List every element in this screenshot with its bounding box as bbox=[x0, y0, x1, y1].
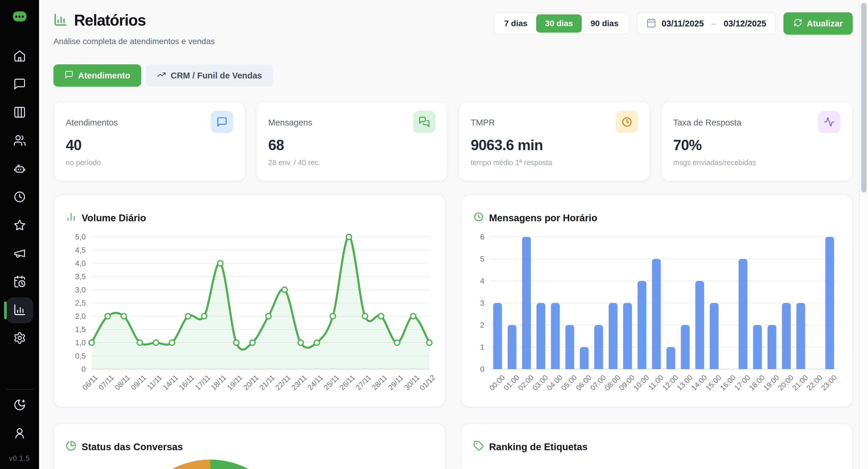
chart-title-mensagens-horario: Mensagens por Horário bbox=[489, 212, 597, 224]
x-axis-tick-label: 19:00 bbox=[762, 373, 781, 392]
status-conversas-card: Status das Conversas bbox=[54, 423, 445, 469]
tab-atendimento[interactable]: Atendimento bbox=[54, 64, 141, 87]
sidebar-item-profile[interactable] bbox=[6, 421, 33, 447]
message-square-icon bbox=[211, 111, 233, 133]
page-header: Relatórios Análise completa de atendimen… bbox=[54, 11, 853, 46]
x-axis-tick-label: 08/11 bbox=[113, 373, 131, 392]
bar-10:00 bbox=[638, 281, 646, 369]
sidebar-item-theme-toggle[interactable] bbox=[6, 392, 33, 418]
pie-chart-icon bbox=[66, 440, 76, 453]
bar-09:00 bbox=[623, 303, 632, 369]
volume-diario-plot: 5,04,54,03,53,02,52,01,51,00,5006/1107/1… bbox=[66, 237, 433, 407]
sidebar-item-favorites[interactable] bbox=[6, 213, 33, 239]
bar-13:00 bbox=[681, 325, 689, 369]
x-axis-tick-label: 08:00 bbox=[603, 373, 622, 392]
x-axis-tick-label: 18/11 bbox=[209, 373, 228, 392]
bar-05:00 bbox=[565, 325, 574, 369]
scrollbar-thumb[interactable] bbox=[861, 3, 867, 193]
x-axis-tick-label: 09:00 bbox=[617, 373, 636, 392]
period-button-30-dias[interactable]: 30 dias bbox=[536, 14, 582, 33]
x-axis-tick-label: 22/11 bbox=[274, 373, 292, 392]
users-icon bbox=[13, 134, 26, 148]
x-axis-tick-label: 14:00 bbox=[689, 373, 709, 392]
bar-00:00 bbox=[493, 303, 502, 369]
x-axis-tick-label: 04:00 bbox=[545, 373, 564, 392]
clock-icon bbox=[473, 212, 484, 225]
charts-row: Volume Diário 5,04,54,03,53,02,52,01,51,… bbox=[54, 195, 853, 407]
sidebar-item-chats[interactable] bbox=[6, 72, 33, 97]
stat-subtitle: 28 env. / 40 rec. bbox=[269, 158, 436, 167]
user-round-icon bbox=[13, 427, 26, 441]
clock-icon bbox=[13, 190, 26, 205]
tag-icon bbox=[473, 440, 484, 453]
refresh-button[interactable]: Atualizar bbox=[783, 12, 853, 35]
stat-card-tmpr: TMPR9063.6 mintempo médio 1ª resposta bbox=[458, 101, 650, 181]
bar-21:00 bbox=[796, 303, 805, 369]
x-axis-tick-label: 14/11 bbox=[161, 373, 180, 392]
x-axis-tick-label: 00:00 bbox=[488, 373, 506, 392]
volume-diario-card: Volume Diário 5,04,54,03,53,02,52,01,51,… bbox=[54, 195, 445, 407]
sidebar-item-kanban[interactable] bbox=[6, 100, 33, 126]
y-axis-tick-label: 1,5 bbox=[66, 325, 86, 334]
stat-cards-row: Atendimentos40no períodoMensagens6828 en… bbox=[54, 101, 853, 181]
refresh-icon bbox=[794, 18, 802, 29]
bar-06:00 bbox=[580, 347, 588, 369]
y-axis-tick-label: 5,0 bbox=[66, 232, 86, 241]
date-range-end[interactable]: 03/12/2025 bbox=[723, 19, 766, 29]
mini-bar-chart-icon bbox=[66, 212, 76, 225]
x-axis-tick-label: 06/11 bbox=[81, 373, 99, 392]
sidebar-item-schedule[interactable] bbox=[6, 269, 33, 295]
bar-14:00 bbox=[695, 281, 704, 369]
stat-value: 70% bbox=[673, 137, 841, 154]
bar-02:00 bbox=[522, 237, 531, 369]
period-button-90-dias[interactable]: 90 dias bbox=[582, 14, 627, 33]
bar-04:00 bbox=[551, 303, 560, 369]
bar-03:00 bbox=[536, 303, 545, 369]
sidebar-item-settings[interactable] bbox=[6, 326, 33, 351]
period-button-7-dias[interactable]: 7 dias bbox=[495, 14, 536, 33]
sidebar-item-campaigns[interactable] bbox=[6, 241, 33, 267]
mensagens-horario-card: Mensagens por Horário 654321000:0001:000… bbox=[461, 195, 853, 407]
report-tabs: AtendimentoCRM / Funil de Vendas bbox=[54, 64, 853, 87]
sidebar-item-home[interactable] bbox=[6, 43, 33, 69]
y-axis-tick-label: 0 bbox=[473, 365, 485, 374]
logo-dot bbox=[19, 16, 21, 18]
trending-up-icon bbox=[157, 70, 166, 81]
y-axis-tick-label: 1 bbox=[473, 343, 485, 352]
x-axis-tick-label: 18:00 bbox=[747, 373, 766, 392]
sidebar-item-history[interactable] bbox=[6, 184, 33, 210]
x-axis-tick-label: 21/11 bbox=[257, 373, 276, 392]
date-range-picker[interactable]: 03/11/2025 – 03/12/2025 bbox=[637, 12, 775, 35]
sidebar-item-bot[interactable] bbox=[6, 156, 33, 182]
page-title: Relatórios bbox=[74, 11, 146, 29]
refresh-button-label: Atualizar bbox=[807, 19, 843, 29]
tab-crm-funil-de-vendas[interactable]: CRM / Funil de Vendas bbox=[146, 64, 273, 87]
stat-label: Mensagens bbox=[269, 118, 312, 127]
megaphone-icon bbox=[13, 247, 26, 261]
y-axis-tick-label: 0 bbox=[66, 365, 86, 374]
sidebar-divider bbox=[6, 389, 33, 390]
bar-01:00 bbox=[507, 325, 516, 369]
stat-card-mensagens: Mensagens6828 env. / 40 rec. bbox=[256, 101, 448, 181]
sidebar-item-reports[interactable] bbox=[6, 297, 33, 323]
page-scrollbar[interactable] bbox=[859, 0, 868, 469]
sidebar-item-contacts[interactable] bbox=[6, 128, 33, 154]
stat-card-atendimentos: Atendimentos40no período bbox=[54, 101, 246, 181]
x-axis-tick-label: 16:00 bbox=[718, 373, 738, 392]
message-square-icon bbox=[13, 78, 26, 92]
x-axis-tick-label: 09/11 bbox=[129, 373, 147, 392]
x-axis-tick-label: 15:00 bbox=[704, 373, 723, 392]
date-range-start[interactable]: 03/11/2025 bbox=[661, 19, 704, 29]
y-axis-tick-label: 4 bbox=[473, 276, 485, 286]
x-axis-tick-label: 01/12 bbox=[418, 373, 437, 392]
x-axis-tick-label: 10:00 bbox=[632, 373, 651, 392]
sidebar-footer bbox=[6, 392, 33, 447]
y-axis-tick-label: 3 bbox=[473, 298, 485, 308]
app-logo-chat-dots-icon[interactable] bbox=[13, 11, 26, 22]
x-axis-tick-label: 23/11 bbox=[290, 373, 308, 392]
stat-label: TMPR bbox=[471, 118, 495, 127]
x-axis-tick-label: 03:00 bbox=[531, 373, 550, 392]
x-axis-tick-label: 13:00 bbox=[675, 373, 694, 392]
bar-20:00 bbox=[782, 303, 790, 369]
x-axis-tick-label: 17/11 bbox=[193, 373, 212, 392]
